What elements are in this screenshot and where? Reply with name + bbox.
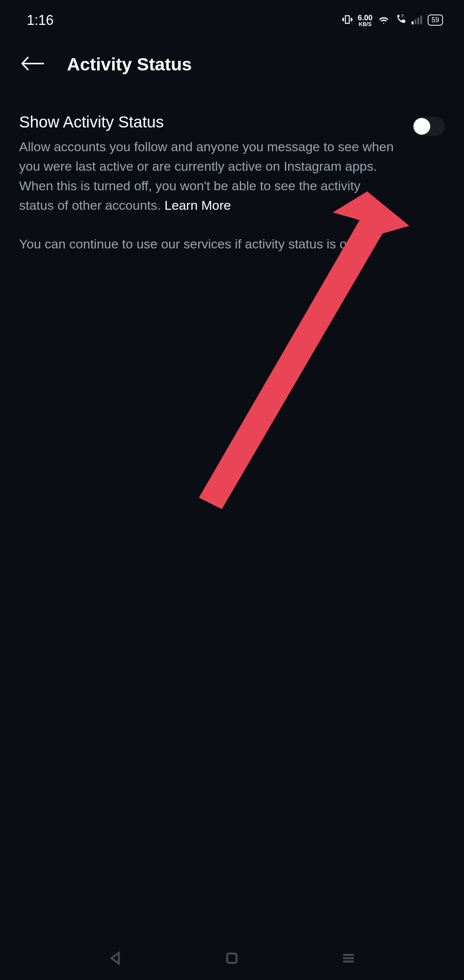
battery-percent: 59 — [428, 15, 443, 26]
navigation-bar — [0, 938, 464, 980]
toggle-knob — [414, 118, 430, 135]
nav-back-button[interactable] — [107, 950, 124, 968]
menu-recents-icon — [340, 950, 357, 966]
status-icons: 6.00 KB/S 59 — [342, 13, 443, 28]
svg-rect-0 — [412, 21, 414, 24]
setting-title: Show Activity Status — [19, 113, 397, 131]
setting-text-group: Show Activity Status Allow accounts you … — [19, 113, 412, 254]
setting-description: Allow accounts you follow and anyone you… — [19, 137, 397, 215]
signal-icon — [412, 14, 423, 26]
svg-rect-3 — [420, 16, 422, 24]
data-speed-unit: KB/S — [359, 21, 371, 27]
back-arrow-icon — [19, 54, 46, 73]
wifi-icon — [377, 13, 390, 28]
setting-row: Show Activity Status Allow accounts you … — [19, 113, 445, 254]
square-home-icon — [224, 950, 240, 966]
data-speed-value: 6.00 — [358, 14, 373, 21]
triangle-back-icon — [107, 950, 124, 966]
setting-note: You can continue to use our services if … — [19, 234, 397, 254]
page-title: Activity Status — [67, 54, 192, 75]
vibrate-icon — [342, 14, 353, 27]
learn-more-link[interactable]: Learn More — [164, 198, 231, 212]
header: Activity Status — [0, 36, 464, 90]
svg-rect-6 — [227, 954, 237, 963]
status-bar: 1:16 6.00 KB/S — [0, 0, 464, 36]
battery-indicator: 59 — [428, 15, 443, 26]
nav-home-button[interactable] — [224, 950, 240, 968]
status-time: 1:16 — [27, 12, 54, 28]
svg-rect-1 — [414, 20, 416, 24]
nav-recents-button[interactable] — [340, 950, 357, 968]
activity-status-toggle[interactable] — [412, 117, 445, 136]
data-speed-indicator: 6.00 KB/S — [358, 14, 373, 27]
content: Show Activity Status Allow accounts you … — [0, 90, 464, 254]
back-button[interactable] — [19, 54, 46, 75]
svg-rect-2 — [417, 18, 419, 24]
wifi-calling-icon — [395, 13, 407, 27]
